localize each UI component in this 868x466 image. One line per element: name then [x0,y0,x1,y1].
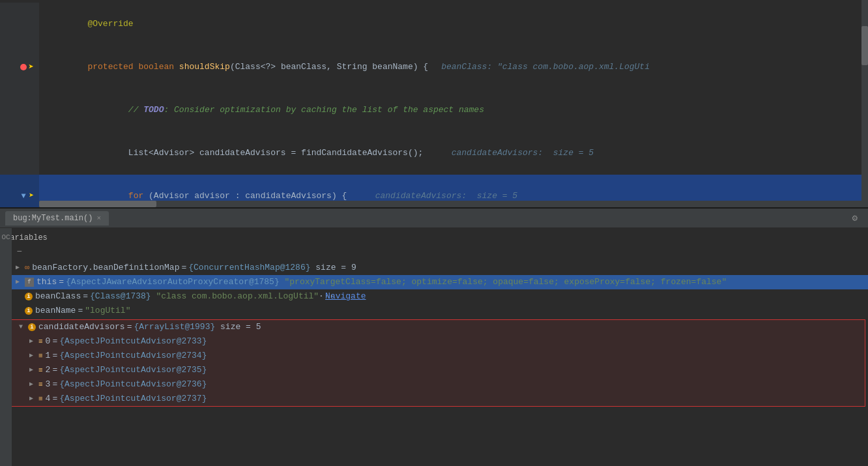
var-remove-btn[interactable]: − [14,245,23,258]
for-params: (Advisor advisor : candidateAdvisors) { [149,191,347,201]
var-val-this: {AspectJAwareAdvisorAutoProxyCreator@178… [66,275,280,289]
var-eq-ca3: = [52,377,57,392]
gutter-icon-method [18,64,29,70]
var-val-ca0: {AspectJPointcutAdvisor@2733} [59,334,207,349]
var-extra-beanclass: "class com.bobo.aop.xml.LogUtil" [151,289,319,304]
var-name-beanname: beanName [35,304,76,318]
var-val-beanfactory: {ConcurrentHashMap@1286} [188,261,310,275]
var-arrow-ca[interactable] [19,320,28,334]
var-eq-ca2: = [52,363,57,377]
var-eq-ca0: = [52,334,57,349]
debug-arrow-method: ➤ [29,60,34,74]
var-row-beanclass[interactable]: i beanClass = {Class@1738} "class com.bo… [0,289,868,304]
variables-header-row: Variables [0,231,868,245]
var-row-ca-0[interactable]: ≡ 0 = {AspectJPointcutAdvisor@2733} [3,334,865,349]
code-content: @Override ➤ protected boolean shouldSkip… [0,0,868,209]
var-eq-beanfactory: = [181,261,186,275]
kw-protected: protected [87,62,138,72]
var-name-ca: candidateAdvisors [38,320,125,334]
var-arrow-beanfactory[interactable] [16,261,25,275]
var-name-beanclass: beanClass [35,289,81,304]
var-name-ca0: 0 [46,334,51,349]
hint-for: candidateAdvisors: size = 5 [360,191,517,201]
annotation-override: @Override [87,19,133,29]
var-name-ca2: 2 [46,363,51,377]
var-arrow-ca1[interactable] [29,349,38,363]
side-btn-1[interactable]: OC [1,233,10,241]
code-text-list: List<Advisor> candidateAdvisors = findCa… [39,132,868,175]
hint-beanclass: beanClass: "class com.bobo.aop.xml.LogUt… [441,62,650,72]
var-row-beanfactory[interactable]: ∞ beanFactory.beanDefinitionMap = {Concu… [0,261,868,275]
var-name-ca3: 3 [46,377,51,392]
var-row-candidateadvisors[interactable]: i candidateAdvisors = {ArrayList@1993} s… [3,320,865,334]
code-line-method: ➤ protected boolean shouldSkip(Class<?> … [0,46,868,89]
debug-tab-mytest[interactable]: bug:MyTest.main() × [5,211,109,226]
debug-tabbar: bug:MyTest.main() × ⚙ [0,209,868,228]
var-arrow-ca0[interactable] [29,334,38,349]
side-toolbar: OC [0,228,12,466]
var-arrow-this[interactable] [16,275,25,289]
gutter-method: ➤ [0,46,39,89]
var-eq-ca: = [127,320,132,334]
candidate-advisors-group: i candidateAdvisors = {ArrayList@1993} s… [3,319,865,407]
code-text-override: @Override [39,3,868,46]
gutter-todo [0,89,39,132]
var-icon-ca1: ≡ [38,349,43,363]
var-icon-this: f [25,278,34,287]
var-icon-ca4: ≡ [38,392,43,406]
var-name-beanfactory: beanFactory.beanDefinitionMap [32,261,179,275]
var-arrow-ca3[interactable] [29,377,38,392]
var-row-this[interactable]: f this = {AspectJAwareAdvisorAutoProxyCr… [0,275,868,289]
var-icon-ca: i [28,323,36,331]
method-params: (Class<?> beanClass, String beanName) { [230,62,428,72]
kw-for: for [87,191,149,201]
code-text-todo: // TODO: Consider optimization by cachin… [39,89,868,132]
var-eq-ca4: = [52,392,57,406]
hint-candidate: candidateAdvisors: size = 5 [436,148,594,158]
var-icon-ca2: ≡ [38,363,43,377]
editor-scrollbar[interactable] [861,0,868,207]
var-row-ca-3[interactable]: ≡ 3 = {AspectJPointcutAdvisor@2736} [3,377,865,392]
var-val-ca1: {AspectJPointcutAdvisor@2734} [59,349,207,363]
var-nav-beanclass[interactable]: Navigate [325,289,366,304]
var-eq-beanclass: = [83,289,88,304]
var-arrow-ca4[interactable] [29,392,38,406]
var-name-this: this [36,275,57,289]
gutter-override [0,3,39,46]
var-arrow-ca2[interactable] [29,363,38,377]
var-row-ca-2[interactable]: ≡ 2 = {AspectJPointcutAdvisor@2735} [3,363,865,377]
var-icon-beanclass: i [25,293,33,300]
scrollbar-thumb[interactable] [861,26,868,65]
code-text-method: protected boolean shouldSkip(Class<?> be… [39,46,868,89]
var-icon-ca0: ≡ [38,334,43,349]
bottom-section: Variables + − ∞ beanFactory.beanDefiniti… [0,228,868,466]
var-val-beanclass: {Class@1738} [90,289,151,304]
gear-icon[interactable]: ⚙ [852,212,858,224]
debug-tab-close[interactable]: × [96,214,101,222]
var-ellipsis-beanclass: ··· [319,289,321,304]
var-row-ca-1[interactable]: ≡ 1 = {AspectJPointcutAdvisor@2734} [3,349,865,363]
var-row-ca-4[interactable]: ≡ 4 = {AspectJPointcutAdvisor@2737} [3,392,865,406]
gutter-for: ▼ ➤ [0,175,39,209]
code-line-override: @Override [0,3,868,46]
var-val-ca3: {AspectJPointcutAdvisor@2736} [59,377,207,392]
var-name-ca4: 4 [46,392,51,406]
var-name-ca1: 1 [46,349,51,363]
var-toolbar: + − [0,245,868,261]
debug-tab-label: bug:MyTest.main() [13,214,93,223]
var-row-beanname[interactable]: i beanName = "logUtil" [0,304,868,318]
editor-hscrollbar-thumb[interactable] [39,201,156,207]
editor-hscrollbar[interactable] [39,201,861,207]
breakpoint-dot[interactable] [20,64,27,70]
kw-boolean: boolean [138,62,179,72]
var-eq-ca1: = [52,349,57,363]
code-editor: @Override ➤ protected boolean shouldSkip… [0,0,868,209]
code-line-list: List<Advisor> candidateAdvisors = findCa… [0,132,868,175]
var-icon-ca3: ≡ [38,377,43,392]
var-eq-this: = [59,275,64,289]
var-icon-beanfactory: ∞ [25,261,29,275]
var-val-beanname: "logUtil" [85,304,130,318]
debug-arrow-for: ➤ [29,189,34,203]
var-icon-beanname: i [25,307,33,315]
fn-shouldskip: shouldSkip [179,62,230,72]
